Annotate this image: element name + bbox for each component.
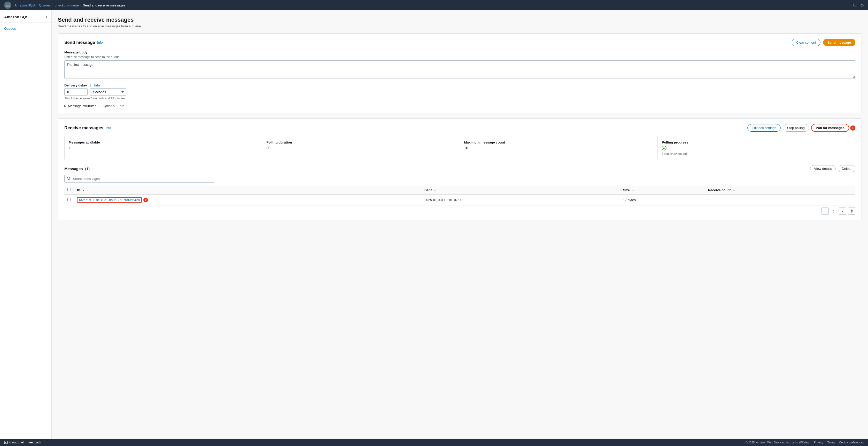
breadcrumb: Amazon SQS › Queues › checkout-queue › S… <box>14 3 125 7</box>
receive-messages-title-area: Receive messages Info <box>64 126 111 131</box>
table-header-id[interactable]: ID ▼ <box>74 186 421 194</box>
top-navigation: Amazon SQS › Queues › checkout-queue › S… <box>0 0 868 10</box>
messages-count: (1) <box>85 167 90 171</box>
stats-row: Messages available 1 Polling duration 30… <box>64 136 855 160</box>
sent-sort-icon: ▲ <box>434 189 436 192</box>
send-message-title-area: Send message Info <box>64 40 103 45</box>
send-message-actions: Clear content Send message <box>792 39 855 46</box>
poll-for-messages-button[interactable]: Poll for messages <box>811 124 849 132</box>
row-sent-cell: 2025-01-03T10:16+07:00 <box>421 194 620 205</box>
table-row: 6f2ea9ff-118c-49c1-8a95-25276d0c6420 2 2… <box>64 194 855 205</box>
message-attributes-info-link[interactable]: Info <box>119 104 125 108</box>
top-nav-right: ⓘ ⚙ <box>853 3 864 8</box>
send-message-header: Send message Info Clear content Send mes… <box>64 39 855 46</box>
search-wrap <box>64 175 855 183</box>
sidebar-nav: Queues <box>0 23 52 35</box>
row-seq-badge: 2 <box>144 198 148 202</box>
delivery-delay-unit-select[interactable]: SecondsMinutes <box>90 88 126 96</box>
view-details-button[interactable]: View details <box>810 165 836 172</box>
row-receive-count-cell: 1 <box>705 194 855 205</box>
receive-count-sort-icon: ▼ <box>733 189 735 192</box>
message-body-textarea[interactable]: The first message <box>64 60 855 78</box>
sidebar-collapse-button[interactable]: ‹ <box>46 14 47 19</box>
row-id-link[interactable]: 6f2ea9ff-118c-49c1-8a95-25276d0c6420 <box>77 197 142 203</box>
message-body-label: Message body <box>64 50 855 54</box>
receive-messages-info-link[interactable]: Info <box>105 126 111 130</box>
polling-progress-icon <box>662 146 851 151</box>
search-messages-input[interactable] <box>64 175 214 183</box>
send-message-button[interactable]: Send message <box>823 39 855 46</box>
svg-point-1 <box>67 177 70 179</box>
select-all-checkbox[interactable] <box>67 188 71 191</box>
table-header-size[interactable]: Size ▼ <box>620 186 705 194</box>
sidebar: Amazon SQS ‹ Queues <box>0 10 52 236</box>
message-body-hint: Enter the message to send to the queue. <box>64 55 855 59</box>
page-title: Send and receive messages <box>58 16 862 23</box>
receive-messages-actions: Edit poll settings Stop polling Poll for… <box>747 124 855 132</box>
sidebar-app-name: Amazon SQS ‹ <box>0 14 52 23</box>
breadcrumb-sep-3: › <box>80 3 82 7</box>
size-sort-icon: ▼ <box>632 189 634 192</box>
poll-badge: 1 <box>850 126 855 131</box>
receive-messages-title: Receive messages <box>64 126 103 131</box>
message-attributes-label: Message attributes <box>68 104 96 108</box>
help-icon[interactable]: ⓘ <box>853 3 857 8</box>
pagination-prev-button[interactable]: ‹ <box>822 207 829 215</box>
stat-polling-progress: Polling progress 1 receives/second <box>658 136 855 160</box>
table-header-receive-count[interactable]: Receive count ▼ <box>705 186 855 194</box>
stop-polling-button[interactable]: Stop polling <box>783 124 809 132</box>
delete-button[interactable]: Delete <box>838 165 855 172</box>
table-header-checkbox <box>64 186 74 194</box>
stat-max-message-count: Maximum message count 10 <box>460 136 658 160</box>
message-body-group: Message body Enter the message to send t… <box>64 50 855 79</box>
main-content: Send and receive messages Send messages … <box>52 10 868 236</box>
stat-messages-available: Messages available 1 <box>65 136 262 160</box>
delivery-delay-info-link[interactable]: Info <box>94 83 100 87</box>
breadcrumb-sqs[interactable]: Amazon SQS <box>14 3 35 7</box>
settings-icon[interactable]: ⚙ <box>860 3 864 8</box>
table-settings-button[interactable] <box>848 207 855 215</box>
row-checkbox[interactable] <box>67 198 71 201</box>
breadcrumb-sep-1: › <box>36 3 37 7</box>
table-header-sent[interactable]: Sent ▲ <box>421 186 620 194</box>
row-id-badge: 6f2ea9ff-118c-49c1-8a95-25276d0c6420 2 <box>77 197 148 203</box>
clear-content-button[interactable]: Clear content <box>792 39 820 46</box>
messages-table: ID ▼ Sent ▲ Size ▼ Receive count ▼ <box>64 186 855 205</box>
row-checkbox-cell <box>64 194 74 205</box>
breadcrumb-queue-name[interactable]: checkout-queue <box>55 3 79 7</box>
delivery-delay-label: Delivery delay | Info <box>64 83 855 87</box>
delivery-delay-inputs: SecondsMinutes <box>64 88 855 96</box>
breadcrumb-queues[interactable]: Queues <box>39 3 51 7</box>
delivery-delay-input[interactable] <box>64 88 88 96</box>
message-attributes-optional: Optional <box>102 104 115 108</box>
svg-point-0 <box>662 146 666 150</box>
menu-icon[interactable] <box>4 2 11 9</box>
send-message-info-link[interactable]: Info <box>97 40 103 44</box>
pagination-next-button[interactable]: › <box>839 207 846 215</box>
message-attributes-toggle[interactable]: ▶ Message attributes - Optional Info <box>64 104 855 108</box>
svg-line-2 <box>69 179 70 180</box>
svg-point-3 <box>851 211 852 212</box>
pagination-current-page: 1 <box>831 208 837 214</box>
poll-for-messages-wrapper: Poll for messages 1 <box>811 124 855 132</box>
messages-section-header: Messages (1) View details Delete <box>64 165 855 172</box>
row-id-cell: 6f2ea9ff-118c-49c1-8a95-25276d0c6420 2 <box>74 194 421 205</box>
page-subtitle: Send messages to and receive messages fr… <box>58 24 862 28</box>
breadcrumb-current: Send and receive messages <box>83 3 125 7</box>
message-attributes-arrow: ▶ <box>64 105 66 107</box>
id-sort-icon: ▼ <box>83 189 85 192</box>
edit-poll-settings-button[interactable]: Edit poll settings <box>747 124 781 132</box>
delivery-delay-group: Delivery delay | Info SecondsMinutes Sho… <box>64 83 855 100</box>
breadcrumb-sep-2: › <box>52 3 53 7</box>
stat-polling-duration: Polling duration 30 <box>262 136 460 160</box>
send-message-card: Send message Info Clear content Send mes… <box>58 33 862 113</box>
row-size-cell: 17 bytes <box>620 194 705 205</box>
table-header-row: ID ▼ Sent ▲ Size ▼ Receive count ▼ <box>64 186 855 194</box>
polling-progress-sub: 1 receives/second <box>662 152 851 156</box>
table-footer: ‹ 1 › <box>64 207 855 215</box>
sidebar-item-queues[interactable]: Queues <box>0 25 52 33</box>
receive-messages-card: Receive messages Info Edit poll settings… <box>58 118 862 220</box>
send-message-title: Send message <box>64 40 95 45</box>
receive-messages-header: Receive messages Info Edit poll settings… <box>64 124 855 132</box>
search-icon <box>67 176 70 181</box>
